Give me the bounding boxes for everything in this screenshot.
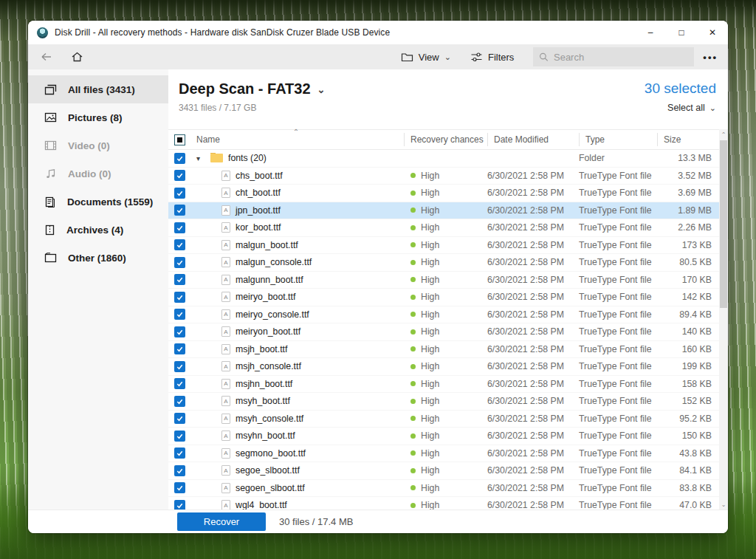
font-file-icon: A — [221, 292, 230, 302]
file-size: 199 KB — [657, 361, 728, 371]
file-row[interactable]: A msyh_boot.ttf High 6/30/2021 2:58 PM T… — [168, 393, 728, 411]
file-row[interactable]: A malgun_boot.ttf High 6/30/2021 2:58 PM… — [168, 237, 728, 255]
check-icon — [176, 310, 184, 318]
sidebar-item-archives[interactable]: Archives (4) — [28, 216, 168, 244]
audio-icon — [44, 168, 57, 179]
file-type: TrueType Font file — [579, 275, 657, 285]
file-row[interactable]: A cht_boot.ttf High 6/30/2021 2:58 PM Tr… — [168, 185, 728, 202]
row-checkbox[interactable] — [168, 188, 190, 199]
row-checkbox[interactable] — [168, 222, 190, 233]
sidebar-item-pictures[interactable]: Pictures (8) — [28, 103, 168, 131]
filters-icon — [470, 52, 483, 63]
file-type: TrueType Font file — [579, 171, 657, 181]
more-options-button[interactable]: ••• — [703, 52, 718, 63]
expander-icon[interactable]: ▾ — [196, 154, 205, 162]
recovery-chance: High — [421, 448, 439, 459]
date-modified: 6/30/2021 2:58 PM — [487, 483, 579, 493]
select-all-checkbox[interactable] — [168, 134, 190, 145]
file-name: segmono_boot.ttf — [236, 448, 306, 459]
view-dropdown[interactable]: View ⌄ — [401, 52, 451, 63]
file-row[interactable]: A malgunn_boot.ttf High 6/30/2021 2:58 P… — [168, 272, 728, 289]
search-input[interactable] — [554, 52, 688, 63]
column-header-name[interactable]: Name ⌃ — [190, 134, 404, 145]
maximize-button[interactable]: □ — [666, 21, 697, 44]
file-row[interactable]: A msjh_boot.ttf High 6/30/2021 2:58 PM T… — [168, 341, 728, 359]
file-size: 13.3 MB — [657, 153, 728, 163]
minimize-button[interactable]: – — [635, 21, 666, 44]
file-row[interactable]: A segoen_slboot.ttf High 6/30/2021 2:58 … — [168, 480, 728, 498]
check-icon — [176, 224, 184, 232]
file-name: meiryo_console.ttf — [236, 309, 309, 320]
titlebar: Disk Drill - All recovery methods - Hard… — [28, 21, 728, 44]
row-checkbox[interactable] — [168, 257, 190, 268]
file-name: msjhn_boot.ttf — [236, 379, 292, 389]
file-type: TrueType Font file — [579, 326, 657, 337]
row-checkbox[interactable] — [168, 292, 190, 303]
file-row[interactable]: A meiryon_boot.ttf High 6/30/2021 2:58 P… — [168, 323, 728, 341]
date-modified: 6/30/2021 2:58 PM — [487, 240, 579, 250]
sidebar-item-all-files[interactable]: All files (3431) — [28, 75, 168, 103]
select-all-dropdown[interactable]: Select all ⌄ — [667, 103, 716, 113]
file-row[interactable]: A msjhn_boot.ttf High 6/30/2021 2:58 PM … — [168, 376, 728, 394]
filters-button[interactable]: Filters — [470, 52, 514, 63]
row-checkbox[interactable] — [168, 500, 190, 510]
file-row[interactable]: A malgun_console.ttf High 6/30/2021 2:58… — [168, 254, 728, 272]
file-row[interactable]: A meiryo_boot.ttf High 6/30/2021 2:58 PM… — [168, 289, 728, 306]
home-button[interactable] — [71, 51, 83, 63]
file-row[interactable]: A wgl4_boot.ttf High 6/30/2021 2:58 PM T… — [168, 497, 728, 510]
sidebar-item-documents[interactable]: Documents (1559) — [28, 188, 168, 216]
column-header-recovery[interactable]: Recovery chances — [404, 133, 487, 146]
row-checkbox[interactable] — [168, 413, 190, 424]
file-size: 150 KB — [657, 431, 728, 441]
row-checkbox[interactable] — [168, 361, 190, 372]
scroll-up-icon[interactable]: ⌃ — [719, 129, 728, 140]
row-checkbox[interactable] — [168, 396, 190, 407]
row-checkbox[interactable] — [168, 205, 190, 216]
check-icon — [176, 189, 184, 197]
row-checkbox[interactable] — [168, 343, 190, 354]
table-scrollbar[interactable]: ⌃ ⌄ — [719, 129, 728, 510]
row-checkbox[interactable] — [168, 447, 190, 459]
row-checkbox[interactable] — [168, 431, 190, 442]
scrollbar-thumb[interactable] — [720, 140, 727, 308]
row-checkbox[interactable] — [168, 465, 190, 476]
row-checkbox[interactable] — [168, 482, 190, 493]
scroll-down-icon[interactable]: ⌄ — [719, 499, 728, 510]
row-checkbox[interactable] — [168, 170, 190, 181]
column-header-size[interactable]: Size — [657, 133, 728, 146]
file-row[interactable]: A msjh_console.ttf High 6/30/2021 2:58 P… — [168, 358, 728, 376]
date-modified: 6/30/2021 2:58 PM — [487, 292, 579, 302]
row-checkbox[interactable] — [168, 274, 190, 285]
file-type: TrueType Font file — [579, 205, 657, 216]
file-row[interactable]: A jpn_boot.ttf High 6/30/2021 2:58 PM Tr… — [168, 202, 728, 220]
recovery-chance: High — [421, 500, 439, 510]
file-row[interactable]: A chs_boot.ttf High 6/30/2021 2:58 PM Tr… — [168, 168, 728, 185]
row-checkbox[interactable] — [168, 309, 190, 320]
row-checkbox[interactable] — [168, 239, 190, 250]
column-header-date[interactable]: Date Modified — [487, 133, 579, 146]
file-type: TrueType Font file — [579, 361, 657, 371]
sidebar-item-video[interactable]: Video (0) — [28, 131, 168, 160]
file-row[interactable]: A meiryo_console.ttf High 6/30/2021 2:58… — [168, 306, 728, 324]
file-size: 80.5 KB — [657, 257, 728, 267]
file-row[interactable]: A kor_boot.ttf High 6/30/2021 2:58 PM Tr… — [168, 219, 728, 237]
column-header-type[interactable]: Type — [579, 133, 657, 146]
file-row[interactable]: A msyh_console.ttf High 6/30/2021 2:58 P… — [168, 411, 728, 428]
file-name: msyhn_boot.ttf — [236, 431, 295, 441]
row-checkbox[interactable] — [168, 378, 190, 389]
scan-title-dropdown[interactable]: Deep Scan - FAT32 ⌄ — [179, 80, 325, 97]
close-button[interactable]: ✕ — [697, 21, 728, 44]
back-button[interactable] — [40, 51, 53, 63]
sidebar-item-audio[interactable]: Audio (0) — [28, 160, 168, 188]
search-box[interactable] — [533, 47, 694, 66]
row-checkbox[interactable] — [168, 153, 190, 164]
file-row[interactable]: A msyhn_boot.ttf High 6/30/2021 2:58 PM … — [168, 428, 728, 445]
folder-row[interactable]: ▾ fonts (20) Folder 13.3 MB — [168, 150, 728, 168]
row-checkbox[interactable] — [168, 326, 190, 337]
file-row[interactable]: A segoe_slboot.ttf High 6/30/2021 2:58 P… — [168, 462, 728, 480]
sidebar-item-other[interactable]: Other (1860) — [28, 244, 168, 272]
file-rows: ▾ fonts (20) Folder 13.3 MB A chs_boot.t — [168, 150, 728, 510]
file-row[interactable]: A segmono_boot.ttf High 6/30/2021 2:58 P… — [168, 445, 728, 463]
file-size: 170 KB — [657, 275, 728, 285]
recover-button[interactable]: Recover — [177, 512, 266, 531]
